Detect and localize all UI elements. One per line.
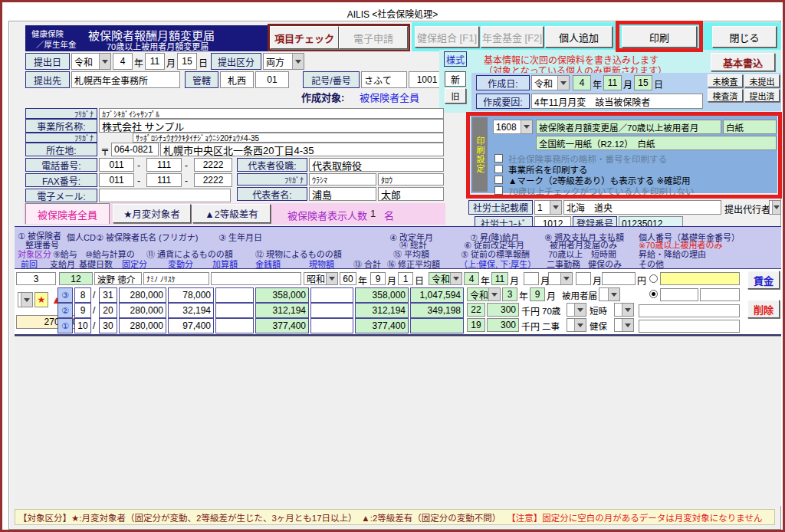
- kenpo-kumiai-button[interactable]: 健保組合 [F1]: [415, 26, 479, 48]
- base-days[interactable]: 30: [99, 318, 117, 333]
- submit-dest-field[interactable]: 札幌西年金事務所: [71, 71, 180, 88]
- rep-kana2-field[interactable]: ﾀﾛｳ: [378, 173, 444, 186]
- postal-field[interactable]: 064-0821: [111, 143, 159, 156]
- other-field[interactable]: [639, 320, 740, 333]
- kenpo-grade-field[interactable]: 22: [467, 303, 485, 317]
- row-kana-field[interactable]: ﾅﾐﾉ ﾉﾘｽｹ: [143, 272, 209, 285]
- month-value[interactable]: 10: [74, 318, 91, 333]
- checkbox-skip-over70[interactable]: [494, 186, 503, 195]
- variable-amount[interactable]: 32,194: [168, 303, 214, 318]
- pension-number-field1[interactable]: [660, 288, 698, 301]
- kankatsu-field1[interactable]: 札西: [220, 71, 254, 88]
- reason-field[interactable]: 4年11月月変 該当被保険者: [531, 94, 703, 109]
- personal-number-field[interactable]: [660, 272, 740, 285]
- row-cd-field[interactable]: 12: [59, 272, 93, 285]
- row-name-field[interactable]: 波野 徳介: [94, 272, 142, 285]
- insured-list-empty-area[interactable]: [15, 336, 781, 506]
- birth-month-field[interactable]: 9: [370, 272, 386, 285]
- variable-amount[interactable]: 78,000: [168, 287, 214, 303]
- wage-button[interactable]: 賃金: [747, 271, 780, 289]
- tel-field1[interactable]: 011: [99, 158, 134, 172]
- office-name-field[interactable]: 株式会社 サンプル: [99, 119, 444, 133]
- fax-field1[interactable]: 011: [99, 173, 134, 187]
- basic-write-button[interactable]: 基本書込: [711, 53, 775, 71]
- checkbox-show-triangle[interactable]: [494, 176, 503, 184]
- base-days[interactable]: 20: [99, 303, 117, 318]
- created-month-field[interactable]: 11: [603, 75, 622, 90]
- tel-field2[interactable]: 111: [146, 158, 182, 172]
- badge-unsubmitted[interactable]: 未提出: [744, 74, 780, 87]
- inkind-amount[interactable]: [310, 303, 353, 318]
- daikou-select[interactable]: [769, 200, 781, 215]
- pension-number-field2[interactable]: [700, 288, 740, 301]
- badge-checked[interactable]: 検査済: [708, 89, 743, 102]
- row-extra-field[interactable]: [211, 272, 301, 285]
- number-type-radio1[interactable]: [649, 274, 658, 283]
- e-apply-button[interactable]: 電子申請: [339, 26, 408, 49]
- inkind-amount[interactable]: [310, 318, 353, 333]
- tel-field3[interactable]: 2222: [194, 158, 232, 172]
- created-year-field[interactable]: 4: [573, 75, 591, 90]
- fixed-amount[interactable]: 280,000: [119, 287, 166, 303]
- inkind-amount[interactable]: [310, 287, 353, 303]
- birth-day-field[interactable]: 1: [398, 272, 413, 285]
- over70-select[interactable]: [567, 303, 586, 317]
- badge-unchecked[interactable]: 未検査: [708, 74, 743, 87]
- kenpo-only-select[interactable]: [614, 318, 634, 332]
- rep-name2-field[interactable]: 太郎: [378, 187, 444, 201]
- submit-era-select[interactable]: 令和: [71, 53, 111, 70]
- print-button[interactable]: 印刷: [622, 26, 697, 48]
- submit-day-field[interactable]: 15: [177, 53, 197, 70]
- tab-two-grade-diff[interactable]: ▲2等級差有: [192, 204, 271, 223]
- mail-field[interactable]: [99, 189, 231, 202]
- rep-kana1-field[interactable]: ｳﾗｼﾏ: [309, 173, 376, 186]
- close-button[interactable]: 閉じる: [712, 26, 777, 48]
- submit-year-field[interactable]: 4: [113, 53, 133, 70]
- retro-month-field[interactable]: [576, 272, 591, 285]
- created-era-select[interactable]: 令和: [531, 75, 570, 90]
- nenkin-kikin-button[interactable]: 年金基金 [F2]: [481, 26, 544, 48]
- retro-amount-field[interactable]: [602, 272, 636, 285]
- addition-amount[interactable]: [215, 303, 254, 318]
- style-old-button[interactable]: 旧: [445, 88, 466, 103]
- rep-name1-field[interactable]: 浦島: [309, 187, 376, 201]
- raise-month-field[interactable]: [524, 272, 539, 285]
- checkbox-office-abbr[interactable]: [494, 154, 503, 163]
- birth-era-select[interactable]: 昭和: [304, 272, 338, 285]
- addition-amount[interactable]: [215, 318, 254, 333]
- kigo-field[interactable]: さふて: [361, 71, 407, 88]
- fax-field2[interactable]: 111: [146, 173, 182, 187]
- tab-all-insured[interactable]: 被保険者全員: [25, 203, 110, 224]
- row-seq-field[interactable]: 3: [16, 272, 56, 285]
- prev-era-select[interactable]: 令和: [467, 287, 501, 301]
- style-new-button[interactable]: 新: [445, 71, 466, 87]
- revision-era-select[interactable]: 令和: [429, 272, 462, 285]
- addition-amount[interactable]: [215, 287, 254, 303]
- kosei-amount-field[interactable]: 300: [487, 318, 519, 332]
- row-kubun-select[interactable]: [18, 292, 33, 307]
- employee-report-select[interactable]: [599, 287, 620, 301]
- birth-year-field[interactable]: 60: [340, 272, 356, 285]
- base-days[interactable]: 31: [99, 287, 117, 303]
- fax-field3[interactable]: 2222: [194, 173, 232, 187]
- badge-submitted[interactable]: 提出済: [744, 89, 780, 102]
- delete-button[interactable]: 削除: [747, 300, 780, 318]
- address-kana-field[interactable]: ｻｯﾎﾟﾛｼﾁｭｳｵｳｸｷﾀｲﾁｼﾞｮｳﾆｼ20ﾁｮｳﾒ4-35: [133, 133, 444, 143]
- address-field[interactable]: 札幌市中央区北一条西20丁目4-35: [160, 143, 444, 156]
- print-form-select[interactable]: 1608: [493, 120, 533, 134]
- two-jobs-select[interactable]: [567, 318, 586, 332]
- variable-amount[interactable]: 97,400: [168, 318, 214, 333]
- add-person-button[interactable]: 個人追加: [545, 26, 613, 48]
- kenpo-amount-field[interactable]: 300: [487, 303, 519, 317]
- item-check-button[interactable]: 項目チェック: [270, 26, 339, 49]
- revision-month-field[interactable]: 11: [491, 272, 508, 285]
- created-day-field[interactable]: 15: [634, 75, 652, 90]
- sharoushi-name-field[interactable]: 北海 道央: [563, 200, 721, 215]
- fixed-amount[interactable]: 280,000: [119, 303, 166, 318]
- raise-kind-select[interactable]: [548, 272, 573, 285]
- checkbox-print-office-name[interactable]: [494, 165, 503, 173]
- sharoushi-no-select[interactable]: 1: [534, 200, 562, 215]
- month-value[interactable]: 8: [74, 287, 91, 303]
- revision-year-field[interactable]: 4: [464, 272, 479, 285]
- kosei-grade-field[interactable]: 19: [467, 318, 485, 332]
